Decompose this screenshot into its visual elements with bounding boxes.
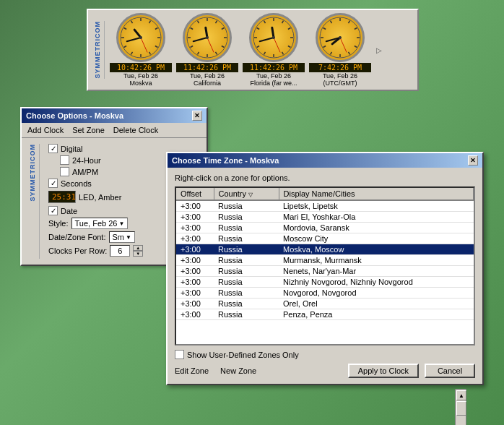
table-row[interactable]: +3:00 Russia Mari El, Yoshkar-Ola <box>176 212 474 223</box>
tz-scrollbar[interactable]: ▲ ▼ <box>455 389 466 425</box>
user-zones-row: Show User-Defined Zones Only <box>175 350 475 359</box>
table-row[interactable]: +3:00 Russia Lipetsk, Lipetsk <box>176 200 474 212</box>
cell-displayname: Penza, Penza <box>279 309 474 320</box>
style-select-arrow: ▼ <box>118 220 124 227</box>
hour24-checkbox[interactable] <box>60 155 69 165</box>
spinner-up[interactable]: ▲ <box>133 245 143 251</box>
cancel-btn[interactable]: Cancel <box>425 364 475 378</box>
options-titlebar: Choose Options - Moskva ✕ <box>22 108 207 123</box>
svg-line-9 <box>124 46 127 48</box>
svg-line-11 <box>124 28 127 30</box>
svg-line-8 <box>131 52 133 55</box>
add-clock-menu[interactable]: Add Clock <box>27 126 64 134</box>
clock-item-1[interactable]: 11:42:26 PM Tue, Feb 26 California <box>175 13 239 87</box>
table-row[interactable]: +3:00 Russia Penza, Penza <box>176 309 474 320</box>
cell-offset: +3:00 <box>176 255 214 266</box>
col-offset[interactable]: Offset <box>176 188 214 200</box>
cell-country: Russia <box>214 200 279 212</box>
table-row[interactable]: +3:00 Russia Nizhniy Novgorod, Nizhniy N… <box>176 277 474 288</box>
delete-clock-menu[interactable]: Delete Clock <box>113 126 158 134</box>
svg-line-49 <box>274 38 280 52</box>
new-zone-btn[interactable]: New Zone <box>220 366 256 375</box>
cell-offset: +3:00 <box>176 277 214 288</box>
clock-item-3[interactable]: 7:42:26 PM Tue, Feb 26 (UTC/GMT) <box>308 13 372 87</box>
brand-logo: Symmetricom <box>94 21 105 79</box>
apply-to-clock-btn[interactable]: Apply to Clock <box>348 364 419 378</box>
user-zones-label: Show User-Defined Zones Only <box>187 351 299 359</box>
clocks-spinner: ▲ ▼ <box>133 245 143 257</box>
svg-line-25 <box>198 52 199 55</box>
scroll-up-btn[interactable]: ▲ <box>456 390 466 400</box>
clock-item-0[interactable]: 10:42:26 PM Tue, Feb 26 Moskva <box>109 13 173 87</box>
table-row[interactable]: +3:00 Russia Moscow City <box>176 233 474 244</box>
svg-line-45 <box>257 28 260 30</box>
clock-bar: Symmetricom 10:42:26 PM Tue, Feb 26 Mosk… <box>87 9 419 91</box>
clocks-per-row-input[interactable]: 6 <box>110 245 130 257</box>
svg-line-53 <box>349 21 350 23</box>
tz-table-container[interactable]: Offset Country ▽ Display Name/Cities +3:… <box>175 186 475 345</box>
col-country[interactable]: Country ▽ <box>214 188 279 200</box>
led-type-label: LED, Amber <box>79 193 121 202</box>
svg-line-6 <box>149 52 151 55</box>
svg-point-16 <box>139 36 142 39</box>
table-row[interactable]: +3:00 Russia Orel, Orel <box>176 299 474 309</box>
set-zone-menu[interactable]: Set Zone <box>72 126 105 134</box>
table-row[interactable]: +3:00 Russia Novgorod, Novgorod <box>176 288 474 299</box>
user-zones-checkbox[interactable] <box>175 350 184 359</box>
clock-time-3: 7:42:26 PM <box>309 63 371 72</box>
svg-line-56 <box>355 46 357 48</box>
svg-line-63 <box>331 21 332 23</box>
cell-displayname: Lipetsk, Lipetsk <box>279 200 474 212</box>
svg-line-3 <box>155 28 158 30</box>
clock-face-1 <box>183 13 232 62</box>
table-row[interactable]: +3:00 Russia Nenets, Nar'yan-Mar <box>176 266 474 277</box>
tz-titlebar: Choose Time Zone - Moskva ✕ <box>168 153 482 168</box>
date-checkbox[interactable]: ✓ <box>48 206 58 215</box>
led-preview: 25:31 <box>48 191 76 203</box>
options-close-button[interactable]: ✕ <box>192 111 202 121</box>
clock-time-2: 11:42:26 PM <box>243 63 305 72</box>
svg-line-40 <box>282 52 284 55</box>
clock-time-0: 10:42:26 PM <box>110 63 172 72</box>
tz-footer-left: Edit Zone New Zone <box>175 366 256 375</box>
font-select-arrow: ▼ <box>126 234 131 241</box>
cell-country: Russia <box>214 244 279 255</box>
cell-country: Russia <box>214 299 279 309</box>
svg-line-13 <box>134 30 141 38</box>
svg-line-39 <box>288 46 291 48</box>
cell-offset: +3:00 <box>176 244 214 255</box>
cell-displayname: Novgorod, Novgorod <box>279 288 474 299</box>
svg-line-15 <box>141 38 147 52</box>
cell-displayname: Nizhniy Novgorod, Nizhniy Novgorod <box>279 277 474 288</box>
style-select[interactable]: Tue, Feb 26 ▼ <box>71 218 129 229</box>
ampm-label: AM/PM <box>72 168 98 176</box>
tz-body: Right-click on a zone for options. Offse… <box>168 168 482 384</box>
scroll-arrow[interactable]: ▷ <box>376 46 382 54</box>
clock-date-1: Tue, Feb 26 <box>190 72 225 80</box>
cell-country: Russia <box>214 266 279 277</box>
tz-close-button[interactable]: ✕ <box>468 155 478 166</box>
clocks-per-row-label: Clocks Per Row: <box>48 246 107 255</box>
scroll-thumb[interactable] <box>456 401 466 416</box>
ampm-checkbox[interactable] <box>60 167 69 176</box>
seconds-label: Seconds <box>61 179 92 188</box>
table-row[interactable]: +3:00 Russia Murmansk, Murmansk <box>176 255 474 266</box>
svg-line-30 <box>206 27 207 38</box>
table-row[interactable]: +3:00 Russia Mordovia, Saransk <box>176 223 474 233</box>
col-displayname[interactable]: Display Name/Cities <box>279 188 474 200</box>
svg-line-42 <box>264 52 266 55</box>
svg-line-20 <box>222 28 225 30</box>
clock-item-2[interactable]: 11:42:26 PM Tue, Feb 26 Florida (far we.… <box>242 13 305 87</box>
digital-checkbox[interactable]: ✓ <box>48 144 58 153</box>
table-row[interactable]: +3:00 Russia Moskva, Moscow <box>176 244 474 255</box>
seconds-checkbox[interactable]: ✓ <box>48 179 58 188</box>
cell-country: Russia <box>214 288 279 299</box>
font-select[interactable]: Sm ▼ <box>109 231 135 243</box>
svg-line-31 <box>194 38 207 41</box>
cell-offset: +3:00 <box>176 212 214 223</box>
spinner-down[interactable]: ▼ <box>133 251 143 257</box>
clock-date-3: Tue, Feb 26 <box>323 72 357 80</box>
edit-zone-btn[interactable]: Edit Zone <box>175 366 209 375</box>
svg-line-62 <box>323 28 326 30</box>
svg-point-50 <box>272 36 275 39</box>
